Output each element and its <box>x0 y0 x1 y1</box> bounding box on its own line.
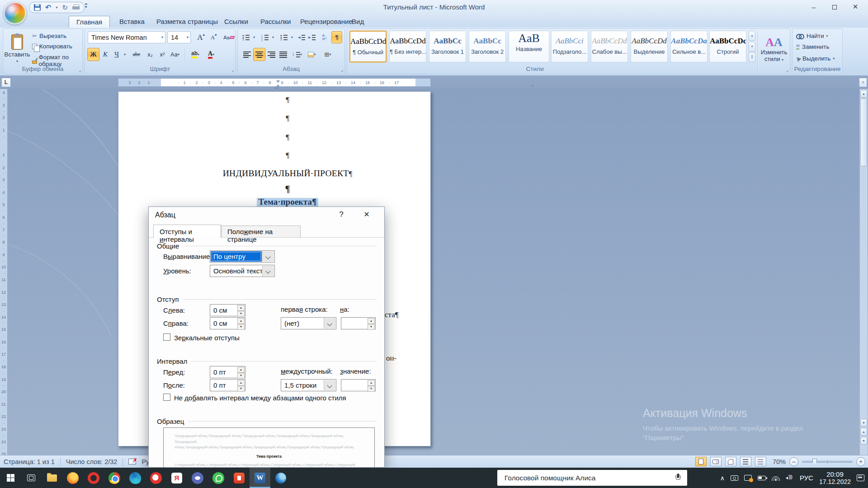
zoom-out-button[interactable]: – <box>789 457 798 466</box>
borders-button[interactable]: ⊞▾ <box>321 48 335 61</box>
zoom-slider[interactable] <box>802 461 853 463</box>
dialog-tab-pagination[interactable]: Положение на странице <box>221 225 301 238</box>
strikethrough-button[interactable]: abe <box>129 48 144 61</box>
numbering-dropdown-icon[interactable]: ▾ <box>270 31 276 43</box>
style-subtitle[interactable]: AaBbCciПодзаголо... <box>551 31 588 62</box>
styles-dialog-launcher-icon[interactable]: ⌟ <box>786 68 788 72</box>
style-normal[interactable]: AaBbCcDd¶ Обычный <box>349 31 387 62</box>
styles-scroll-down-icon[interactable]: ▾ <box>749 42 755 52</box>
word-count[interactable]: Число слов: 2/32 <box>66 458 118 465</box>
draft-view-button[interactable] <box>755 457 766 466</box>
alignment-combo[interactable]: По центру <box>210 250 275 263</box>
paste-button[interactable]: Вставить ▾ <box>5 31 29 67</box>
numbering-button[interactable] <box>259 31 270 43</box>
tab-page-layout[interactable]: Разметка страницы <box>149 16 225 28</box>
style-no-spacing[interactable]: AaBbCcDd¶ Без интер... <box>389 31 426 62</box>
outline-view-button[interactable] <box>740 457 751 466</box>
justify-button[interactable] <box>278 48 289 61</box>
bold-button[interactable]: Ж <box>87 48 99 61</box>
vertical-scrollbar[interactable]: ▲ ▼ ▲ ▼ <box>859 89 868 455</box>
indent-right-spinner[interactable]: 0 см ▲▼ <box>210 317 245 329</box>
display-tray-icon[interactable] <box>744 475 752 481</box>
zoom-in-button[interactable]: + <box>856 457 865 466</box>
first-line-indent-marker[interactable] <box>276 80 280 83</box>
horizontal-ruler[interactable]: 3 · 2 · 1 · 1 · 2 · 3 · 4 · 5 · 6 · 7 · … <box>118 78 431 87</box>
shrink-font-button[interactable]: A▾ <box>208 31 220 43</box>
tab-insert[interactable]: Вставка <box>112 16 152 28</box>
chrome-button[interactable] <box>104 468 125 488</box>
tab-mailings[interactable]: Рассылки <box>253 16 298 28</box>
first-line-combo[interactable]: (нет) <box>281 317 336 329</box>
bullets-dropdown-icon[interactable]: ▾ <box>251 31 257 43</box>
edge-button[interactable] <box>125 468 146 488</box>
web-layout-view-button[interactable] <box>725 457 736 466</box>
decrease-indent-button[interactable] <box>297 31 307 43</box>
tab-home[interactable]: Главная <box>69 16 110 28</box>
first-line-by-spinner[interactable]: ▲▼ <box>341 317 376 329</box>
style-title[interactable]: AaBНазвание <box>509 31 549 62</box>
dialog-tab-indents[interactable]: Отступы и интервалы <box>153 225 221 238</box>
outline-level-combo[interactable]: Основной текст <box>210 265 275 277</box>
spacing-before-spinner[interactable]: 0 пт ▲▼ <box>210 366 245 378</box>
notification-center-icon[interactable] <box>857 474 864 481</box>
bullets-button[interactable] <box>241 31 251 43</box>
font-size-combo[interactable]: 14▾ <box>167 31 191 43</box>
show-marks-button[interactable]: ¶ <box>331 31 342 43</box>
cut-button[interactable]: ✂ Вырезать <box>32 33 66 39</box>
tab-view[interactable]: Вид <box>344 16 371 28</box>
page-indicator[interactable]: Страница: 1 из 1 <box>4 458 55 465</box>
proofing-status-icon[interactable] <box>128 459 136 465</box>
clock[interactable]: 20:0917.12.2022 <box>819 470 851 486</box>
replace-button[interactable]: abac Заменить <box>796 43 829 50</box>
shading-button[interactable]: ▾ <box>306 48 318 61</box>
office-button[interactable] <box>4 2 26 24</box>
grow-font-button[interactable]: A▴ <box>195 31 207 43</box>
maximize-button[interactable] <box>828 3 841 11</box>
task-view-button[interactable] <box>21 468 42 488</box>
selected-paragraph[interactable]: Тема·проекта¶ <box>145 197 430 207</box>
align-center-button[interactable] <box>253 48 265 61</box>
presentation-app-button[interactable] <box>229 468 250 488</box>
dialog-help-button[interactable]: ? <box>335 210 348 219</box>
subscript-button[interactable]: x₂ <box>144 48 156 61</box>
scrollbar-thumb[interactable] <box>860 99 867 166</box>
browser-swoosh-button[interactable] <box>270 468 291 488</box>
copy-button[interactable]: Копировать <box>32 43 72 50</box>
multilevel-dropdown-icon[interactable]: ▾ <box>289 31 295 43</box>
clear-formatting-button[interactable]: Aa <box>222 31 236 43</box>
paragraph-dialog-launcher-icon[interactable]: ⌟ <box>341 68 343 72</box>
select-button[interactable]: Выделить▾ <box>796 55 835 62</box>
indent-left-spinner[interactable]: 0 см ▲▼ <box>210 304 245 316</box>
underline-dropdown-icon[interactable]: ▾ <box>122 48 127 61</box>
scroll-up-icon[interactable]: ▲ <box>860 90 867 98</box>
yandex-browser-button[interactable]: Я <box>166 468 187 488</box>
camera-tray-icon[interactable] <box>731 475 738 481</box>
whatsapp-button[interactable] <box>208 468 229 488</box>
messenger-button[interactable] <box>187 468 208 488</box>
increase-indent-button[interactable] <box>307 31 317 43</box>
font-name-combo[interactable]: Times New Roman▾ <box>88 31 165 43</box>
zoom-slider-thumb[interactable] <box>812 459 817 465</box>
minimize-button[interactable]: – <box>807 3 820 11</box>
no-spacing-same-style-checkbox[interactable] <box>163 394 170 401</box>
spacing-after-spinner[interactable]: 0 пт ▲▼ <box>210 379 245 391</box>
opera-button[interactable] <box>83 468 104 488</box>
hanging-indent-marker[interactable] <box>276 84 280 87</box>
word-taskbar-button[interactable]: W <box>250 468 270 488</box>
dialog-close-button[interactable]: ✕ <box>359 210 374 219</box>
start-button[interactable] <box>0 468 21 488</box>
highlight-color-button[interactable]: ab▾ <box>188 48 203 61</box>
wifi-icon[interactable] <box>772 475 780 481</box>
clipboard-dialog-launcher-icon[interactable]: ⌟ <box>79 68 81 72</box>
superscript-button[interactable]: x² <box>156 48 168 61</box>
scroll-down-icon[interactable]: ▼ <box>860 419 867 427</box>
ruler-toggle-button[interactable]: ≡ <box>859 78 867 87</box>
style-heading1[interactable]: AaBbCcЗаголовок 1 <box>429 31 466 62</box>
volume-icon[interactable] <box>786 475 794 481</box>
style-emphasis[interactable]: AaBbCcDdВыделение <box>631 31 668 62</box>
line-spacing-combo[interactable]: 1,5 строки <box>281 379 336 391</box>
microphone-icon[interactable] <box>675 474 681 482</box>
styles-scroll-up-icon[interactable]: ▴ <box>749 31 755 41</box>
firefox-button[interactable] <box>62 468 83 488</box>
style-strong[interactable]: AaBbCcDcСтрогий <box>709 31 746 62</box>
